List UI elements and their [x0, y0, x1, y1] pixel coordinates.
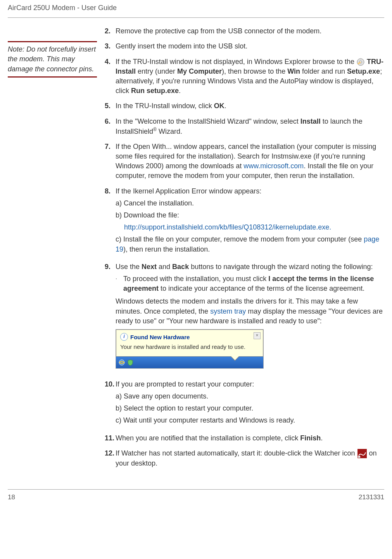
text-fragment: If the Ikernel Application Error window … — [116, 186, 384, 196]
step-number: 8. — [105, 186, 116, 257]
text-fragment: Use the — [116, 263, 142, 271]
step-number: 9. — [105, 262, 116, 374]
text-fragment: ), then rerun the installation. — [123, 245, 210, 253]
text-fragment: . — [179, 87, 181, 95]
step-text: Use the Next and Back buttons to navigat… — [116, 262, 384, 374]
shield-icon — [127, 359, 134, 366]
step-number: 4. — [105, 57, 116, 96]
step-text: Gently insert the modem into the USB slo… — [116, 41, 384, 51]
step-text: If the Ikernel Application Error window … — [116, 186, 384, 257]
step-7: 7. If the Open With... window appears, c… — [105, 142, 384, 181]
text-fragment: Wizard. — [157, 128, 182, 135]
step-10: 10. If you are prompted to restart your … — [105, 380, 384, 428]
step-text: Remove the protective cap from the USB c… — [116, 26, 384, 36]
step-number: 7. — [105, 142, 116, 181]
step-number: 3. — [105, 41, 116, 51]
ie-icon — [118, 359, 125, 366]
step-text: If you are prompted to restart your comp… — [116, 380, 384, 428]
watcher-icon — [357, 449, 367, 459]
step-text: In the TRU-Install window, click OK. — [116, 101, 384, 111]
microsoft-link[interactable]: www.microsoft.com — [243, 162, 304, 170]
text-fragment: When you are notified that the installat… — [116, 434, 300, 442]
step-number: 2. — [105, 26, 116, 36]
text-fragment: If Watcher has not started automatically… — [116, 449, 357, 457]
text-fragment: In the "Welcome to the InstallShield Wiz… — [116, 117, 300, 125]
text-fragment: . — [321, 434, 323, 442]
step-3: 3. Gently insert the modem into the USB … — [105, 41, 384, 51]
step-text: When you are notified that the installat… — [116, 433, 384, 443]
run-setup-label: Run setup.exe — [131, 87, 179, 95]
tooltip-title: i Found New Hardware — [120, 333, 259, 341]
system-tray-link[interactable]: system tray — [210, 307, 246, 315]
page-number: 18 — [8, 493, 15, 502]
tooltip-arrow — [231, 356, 239, 360]
info-icon: i — [120, 333, 128, 341]
balloon-tooltip: × i Found New Hardware Your new hardware… — [116, 330, 263, 357]
found-hardware-screenshot: × i Found New Hardware Your new hardware… — [116, 329, 264, 369]
step-number: 5. — [105, 101, 116, 111]
text-fragment: folder and run — [300, 67, 347, 75]
step-number: 12. — [105, 449, 116, 468]
step-text: In the "Welcome to the InstallShield Wiz… — [116, 117, 384, 136]
setup-exe-label: Setup.exe — [347, 67, 380, 75]
win-folder-label: Win — [287, 67, 300, 75]
step-text: If Watcher has not started automatically… — [116, 449, 384, 468]
step-2: 2. Remove the protective cap from the US… — [105, 26, 384, 36]
step-6: 6. In the "Welcome to the InstallShield … — [105, 117, 384, 136]
substep-b: b) Download the file: — [116, 210, 384, 220]
step-12: 12. If Watcher has not started automatic… — [105, 449, 384, 468]
text-fragment: To proceed with the installation, you mu… — [123, 275, 268, 283]
step-text: If the TRU-Install window is not display… — [116, 57, 384, 96]
step-8: 8. If the Ikernel Application Error wind… — [105, 186, 384, 257]
step-5: 5. In the TRU-Install window, click OK. — [105, 101, 384, 111]
text-fragment: and — [157, 263, 172, 271]
page-footer: 18 2131331 — [8, 489, 384, 502]
back-label: Back — [172, 263, 189, 271]
bullet-dot: · — [116, 274, 123, 293]
tooltip-title-text: Found New Hardware — [130, 333, 190, 341]
page-header: AirCard 250U Modem - User Guide — [8, 0, 384, 16]
side-note: Note: Do not forcefully insert the modem… — [8, 41, 97, 78]
cd-drive-icon — [356, 58, 365, 66]
text-fragment: If you are prompted to restart your comp… — [116, 380, 384, 389]
header-divider — [8, 17, 384, 18]
text-fragment: to indicate your acceptance of the terms… — [159, 285, 364, 292]
step-11: 11. When you are notified that the insta… — [105, 433, 384, 443]
ok-label: OK — [214, 102, 224, 110]
substep-a: a) Cancel the installation. — [116, 198, 384, 208]
step-number: 11. — [105, 433, 116, 443]
finish-label: Finish — [300, 434, 321, 442]
taskbar — [116, 357, 263, 368]
text-fragment: c) Install the file on your computer, re… — [116, 235, 364, 243]
bullet-item: · To proceed with the installation, you … — [116, 274, 384, 293]
text-fragment: If the TRU-Install window is not display… — [116, 58, 356, 66]
text-fragment: ), then browse to the — [222, 67, 287, 75]
text-fragment: buttons to navigate through the wizard n… — [189, 263, 373, 271]
step-number: 10. — [105, 380, 116, 428]
step-number: 6. — [105, 117, 116, 136]
step-text: If the Open With... window appears, canc… — [116, 142, 384, 181]
step-9: 9. Use the Next and Back buttons to navi… — [105, 262, 384, 374]
tooltip-body: Your new hardware is installed and ready… — [120, 343, 259, 351]
paragraph: Windows detects the modem and installs t… — [116, 297, 384, 326]
text-fragment: entry (under — [136, 67, 177, 75]
substep-b: b) Select the option to restart your com… — [116, 404, 384, 413]
substep-c: c) Install the file on your computer, re… — [116, 235, 384, 254]
registered-mark: ® — [153, 127, 157, 132]
next-label: Next — [142, 263, 157, 271]
text-fragment: In the TRU-Install window, click — [116, 102, 214, 110]
doc-number: 2131331 — [359, 493, 384, 502]
substep-c: c) Wait until your computer restarts and… — [116, 416, 384, 425]
ikernel-link[interactable]: http://support.installshield.com/kb/file… — [124, 223, 384, 232]
close-icon[interactable]: × — [254, 332, 261, 339]
step-4: 4. If the TRU-Install window is not disp… — [105, 57, 384, 96]
install-label: Install — [300, 117, 321, 125]
my-computer-label: My Computer — [177, 67, 222, 75]
text-fragment: . — [224, 102, 226, 110]
substep-a: a) Save any open documents. — [116, 392, 384, 401]
